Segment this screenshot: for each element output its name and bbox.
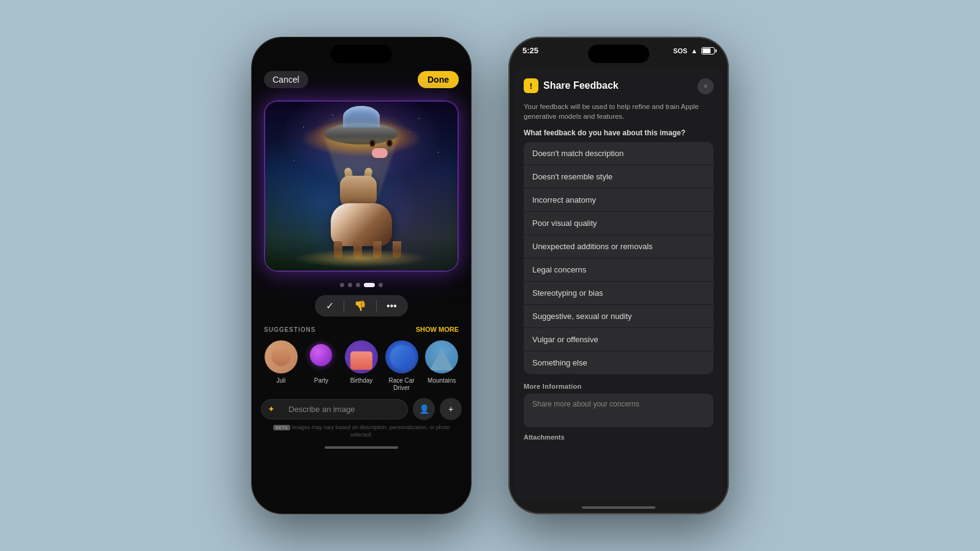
mountain-visual	[429, 349, 454, 370]
action-buttons: ✓ 👎 •••	[252, 295, 471, 317]
scene: Cancel Done	[251, 37, 729, 514]
cow-body	[331, 203, 392, 246]
feedback-header: ! Share Feedback ×	[524, 78, 714, 94]
attachments-section: Attachments	[524, 433, 714, 441]
more-info-label: More Information	[524, 383, 714, 390]
more-icon[interactable]: •••	[386, 301, 397, 312]
bottom-input: ✦ Describe an image 👤 +	[261, 398, 462, 420]
show-more-button[interactable]: SHOW MORE	[416, 326, 459, 333]
divider-2	[376, 301, 377, 312]
option-stereotyping[interactable]: Stereotyping or bias	[524, 282, 714, 304]
option-unexpected-additions[interactable]: Unexpected additions or removals	[524, 235, 714, 258]
describe-placeholder: Describe an image	[284, 405, 355, 414]
describe-input[interactable]: ✦ Describe an image	[261, 399, 408, 419]
option-poor-visual[interactable]: Poor visual quality	[524, 212, 714, 234]
helmet-visual	[390, 345, 413, 369]
wifi-icon: ▲	[691, 47, 698, 54]
beta-badge: BETA	[273, 425, 291, 430]
option-suggestive[interactable]: Suggestive, sexual or nudity	[524, 305, 714, 328]
birthday-label: Birthday	[350, 377, 373, 384]
feedback-title: Share Feedback	[543, 80, 619, 91]
option-vulgar[interactable]: Vulgar or offensive	[524, 328, 714, 351]
dot-4-active[interactable]	[364, 283, 375, 287]
option-doesnt-resemble[interactable]: Doesn't resemble style	[524, 165, 714, 188]
party-visual	[310, 344, 332, 366]
mountains-label: Mountains	[428, 377, 456, 384]
birthday-visual	[350, 351, 372, 370]
person-icon: 👤	[419, 404, 429, 414]
suggestion-juli[interactable]: Juli	[264, 340, 298, 392]
option-something-else[interactable]: Something else	[524, 351, 714, 374]
home-indicator	[325, 446, 398, 449]
battery-fill	[703, 48, 710, 53]
plus-button[interactable]: +	[440, 398, 462, 420]
dot-5[interactable]	[379, 283, 383, 287]
feedback-panel: ! Share Feedback × Your feedback will be…	[514, 67, 723, 501]
cow-nose	[372, 148, 388, 158]
sos-label: SOS	[673, 47, 687, 54]
feedback-title-row: ! Share Feedback	[524, 78, 619, 93]
dot-3[interactable]	[356, 283, 360, 287]
avatar-birthday	[345, 340, 378, 373]
sparkle-icon: ✦	[268, 404, 275, 414]
more-info-input[interactable]: Share more about your concerns	[524, 394, 714, 427]
juli-face	[271, 347, 291, 366]
close-button[interactable]: ×	[698, 78, 714, 94]
person-button[interactable]: 👤	[413, 398, 435, 420]
more-info-section: More Information Share more about your c…	[524, 383, 714, 427]
home-indicator-2	[582, 506, 655, 509]
phone-2: 5:25 SOS ▲ ! Shar	[508, 37, 729, 514]
avatar-party	[304, 340, 337, 373]
status-right: SOS ▲	[673, 47, 715, 54]
option-doesnt-match[interactable]: Doesn't match description	[524, 142, 714, 165]
juli-label: Juli	[276, 377, 285, 384]
suggestions-row: Juli Party Birthday	[264, 340, 459, 392]
suggestion-mountains[interactable]: Mountains	[424, 340, 459, 392]
divider-1	[344, 301, 344, 312]
avatar-racecar	[385, 340, 418, 373]
warning-icon: !	[524, 78, 538, 93]
feedback-options-list: Doesn't match description Doesn't resemb…	[524, 142, 714, 374]
suggestions-header: SUGGESTIONS SHOW MORE	[264, 326, 459, 333]
feedback-question: What feedback do you have about this ima…	[524, 129, 714, 137]
pagination-dots	[252, 283, 471, 287]
dynamic-island	[331, 45, 392, 63]
option-legal-concerns[interactable]: Legal concerns	[524, 258, 714, 281]
cow	[318, 160, 404, 258]
avatar-juli	[265, 340, 298, 373]
suggestions-section: SUGGESTIONS SHOW MORE Juli	[252, 320, 471, 392]
battery-icon	[701, 47, 715, 54]
action-bar: ✓ 👎 •••	[315, 295, 408, 317]
cancel-button[interactable]: Cancel	[264, 71, 308, 88]
ufo-dome	[343, 106, 380, 127]
dot-1[interactable]	[340, 283, 344, 287]
done-button[interactable]: Done	[418, 71, 459, 88]
status-time: 5:25	[522, 46, 538, 55]
suggestion-birthday[interactable]: Birthday	[344, 340, 379, 392]
suggestion-racecar[interactable]: Race Car Driver	[385, 340, 419, 392]
plus-icon: +	[448, 404, 453, 414]
beta-disclaimer: BETA Images may vary based on descriptio…	[252, 423, 471, 443]
generated-image	[264, 100, 459, 272]
cow-eye-right	[386, 140, 393, 147]
ground-glow	[294, 249, 429, 268]
thumbdown-icon[interactable]: 👎	[354, 300, 366, 312]
suggestions-label: SUGGESTIONS	[264, 326, 315, 333]
feedback-description: Your feedback will be used to help refin…	[524, 102, 714, 121]
phone-1: Cancel Done	[251, 37, 472, 514]
cow-eyes	[369, 140, 393, 147]
racecar-label: Race Car Driver	[385, 377, 419, 392]
suggestion-party[interactable]: Party	[304, 340, 339, 392]
disclaimer-text: Images may vary based on description, pe…	[292, 424, 450, 438]
dynamic-island-2	[588, 45, 649, 63]
dot-2[interactable]	[348, 283, 352, 287]
attachments-label: Attachments	[524, 433, 714, 441]
party-label: Party	[314, 377, 328, 384]
cow-eye-left	[369, 140, 375, 147]
avatar-mountains	[425, 340, 458, 373]
approve-icon[interactable]: ✓	[326, 300, 334, 312]
battery-nub	[715, 49, 717, 52]
option-incorrect-anatomy[interactable]: Incorrect anatomy	[524, 189, 714, 211]
